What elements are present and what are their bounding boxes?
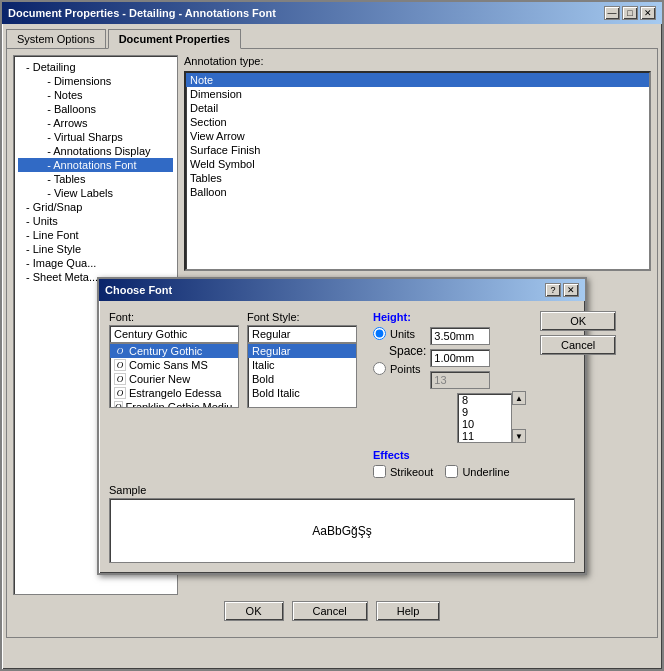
space-label: Space: xyxy=(389,344,426,358)
sample-text: AaBbGğŞş xyxy=(312,524,371,538)
strikeout-label: Strikeout xyxy=(390,466,433,478)
font-item-estrangelo[interactable]: O Estrangelo Edessa xyxy=(110,386,238,400)
points-radio-row: Points xyxy=(373,362,426,375)
main-window: Document Properties - Detailing - Annota… xyxy=(0,0,664,671)
height-inputs xyxy=(430,327,490,389)
underline-label: Underline xyxy=(462,466,509,478)
style-column: Font Style: Regular Italic Bold Bold Ita… xyxy=(247,311,357,478)
dialog-title-text: Choose Font xyxy=(105,284,172,296)
dialog-title-bar: Choose Font ? ✕ xyxy=(99,279,585,301)
space-value-input[interactable] xyxy=(430,349,490,367)
font-item-comic-sans[interactable]: O Comic Sans MS xyxy=(110,358,238,372)
units-value-input[interactable] xyxy=(430,327,490,345)
points-scroll-up[interactable]: ▲ xyxy=(512,391,526,405)
font-label: Font: xyxy=(109,311,239,323)
dialog-cancel-button[interactable]: Cancel xyxy=(540,335,616,355)
height-section: Height: Units Space: xyxy=(373,311,526,478)
points-item-9[interactable]: 9 xyxy=(458,406,511,418)
font-icon-franklin: O xyxy=(114,401,123,408)
sample-label: Sample xyxy=(109,484,575,496)
style-input[interactable] xyxy=(247,325,357,343)
points-list: 8 9 10 11 xyxy=(457,393,512,443)
dialog-help-button[interactable]: ? xyxy=(545,283,561,297)
dialog-ok-button[interactable]: OK xyxy=(540,311,616,331)
points-list-container: 8 9 10 11 ▲ ▼ xyxy=(373,391,526,443)
points-scroll-down[interactable]: ▼ xyxy=(512,429,526,443)
effects-row: Strikeout Underline xyxy=(373,465,526,478)
font-icon-century-gothic: O xyxy=(114,345,126,357)
points-radio[interactable] xyxy=(373,362,386,375)
dialog-overlay: Choose Font ? ✕ Font: O xyxy=(2,2,662,669)
sample-section: Sample AaBbGğŞş xyxy=(109,484,575,563)
font-item-century-gothic[interactable]: O Century Gothic xyxy=(110,344,238,358)
dialog-title-controls: ? ✕ xyxy=(545,283,579,297)
height-options: Units Space: Points xyxy=(373,327,426,379)
height-label: Height: xyxy=(373,311,526,323)
underline-row: Underline xyxy=(445,465,509,478)
style-item-bold-italic[interactable]: Bold Italic xyxy=(248,386,356,400)
dialog-body: Font: O Century Gothic O Comic Sans MS xyxy=(99,301,585,573)
font-column: Font: O Century Gothic O Comic Sans MS xyxy=(109,311,239,478)
font-item-courier-new[interactable]: O Courier New xyxy=(110,372,238,386)
style-item-bold[interactable]: Bold xyxy=(248,372,356,386)
underline-checkbox[interactable] xyxy=(445,465,458,478)
units-radio-label: Units xyxy=(390,328,415,340)
font-icon-estrangelo: O xyxy=(114,387,126,399)
points-item-8[interactable]: 8 xyxy=(458,394,511,406)
font-list: O Century Gothic O Comic Sans MS O Couri… xyxy=(109,343,239,408)
strikeout-checkbox[interactable] xyxy=(373,465,386,478)
dialog-ok-cancel: OK Cancel xyxy=(540,311,616,478)
font-icon-courier-new: O xyxy=(114,373,126,385)
sample-box: AaBbGğŞş xyxy=(109,498,575,563)
font-item-franklin[interactable]: O Franklin Gothic Mediu... xyxy=(110,400,238,408)
style-label: Font Style: xyxy=(247,311,357,323)
font-icon-comic-sans: O xyxy=(114,359,126,371)
style-list: Regular Italic Bold Bold Italic xyxy=(247,343,357,408)
points-item-11[interactable]: 11 xyxy=(458,430,511,442)
strikeout-row: Strikeout xyxy=(373,465,433,478)
dialog-close-button[interactable]: ✕ xyxy=(563,283,579,297)
points-item-10[interactable]: 10 xyxy=(458,418,511,430)
style-item-italic[interactable]: Italic xyxy=(248,358,356,372)
effects-section: Effects Strikeout Underline xyxy=(373,449,526,478)
effects-label: Effects xyxy=(373,449,526,461)
units-radio[interactable] xyxy=(373,327,386,340)
points-value-input[interactable] xyxy=(430,371,490,389)
choose-font-dialog: Choose Font ? ✕ Font: O xyxy=(97,277,587,575)
font-input[interactable] xyxy=(109,325,239,343)
units-radio-row: Units xyxy=(373,327,426,340)
points-radio-label: Points xyxy=(390,363,421,375)
style-item-regular[interactable]: Regular xyxy=(248,344,356,358)
